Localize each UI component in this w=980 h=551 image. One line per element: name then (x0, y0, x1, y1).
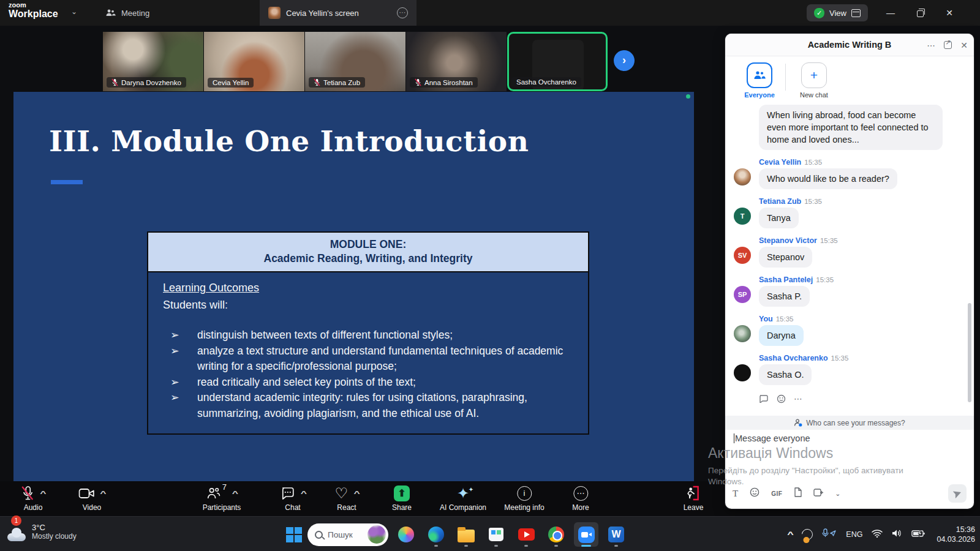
video-tile-daryna[interactable]: Daryna Dovzhenko (103, 32, 203, 91)
chat-title: Academic Writing B (808, 40, 892, 50)
composer-toolbar: T GIF ⌄ (725, 483, 974, 504)
battery-icon[interactable] (911, 529, 925, 540)
chat-tabs: Everyone + New chat (725, 56, 974, 100)
emoji-icon[interactable] (750, 487, 760, 500)
video-button[interactable]: ^ Video (78, 485, 105, 512)
taskbar-app-chrome[interactable] (544, 522, 568, 547)
word-icon: W (608, 527, 624, 542)
message-bubble: Stepanov (759, 247, 812, 268)
audio-options-chevron[interactable]: ^ (40, 490, 46, 497)
module-box-header: MODULE ONE: Academic Reading, Writing, a… (147, 231, 589, 272)
minimize-button[interactable]: — (882, 5, 899, 21)
participant-nametag: Anna Siroshtan (410, 77, 478, 88)
chat-message: Sasha Pantelej15:35 SP Sasha P. (734, 276, 965, 307)
start-button[interactable] (285, 527, 302, 543)
react-options-chevron[interactable]: ^ (353, 490, 360, 497)
notification-badge: 1 (11, 515, 21, 526)
bullet-icon: ➢ (163, 343, 197, 375)
tray-expand-chevron[interactable]: ^ (788, 530, 794, 539)
privacy-note[interactable]: Who can see your messages? (725, 416, 974, 430)
screenshot-icon[interactable] (813, 488, 823, 500)
gif-button[interactable]: GIF (771, 490, 782, 497)
tab-new-chat[interactable]: + New chat (792, 62, 836, 99)
sync-status-icon[interactable] (800, 527, 815, 542)
everyone-people-icon (747, 62, 772, 88)
video-tile-anna[interactable]: Anna Siroshtan (406, 32, 507, 91)
more-actions-icon[interactable]: ⋯ (794, 394, 802, 403)
tray-time: 15:36 (937, 525, 975, 534)
bullet-item: ➢ read critically and select key points … (163, 375, 573, 391)
participant-nametag: Tetiana Zub (309, 77, 365, 88)
participants-button[interactable]: 7 ^ Participants (203, 485, 241, 512)
volume-icon[interactable] (892, 529, 902, 540)
tab-everyone[interactable]: Everyone (737, 62, 782, 99)
audio-button[interactable]: ^ Audio (21, 485, 45, 512)
taskbar-app-copilot[interactable] (394, 522, 418, 547)
video-tile-cevia[interactable]: Cevia Yellin (204, 32, 304, 91)
video-strip: Daryna Dovzhenko Cevia Yellin Tetiana Zu… (103, 32, 608, 91)
participants-count-badge: 7 (222, 482, 227, 492)
share-button[interactable]: ⬆ Share (392, 485, 412, 512)
info-icon: i (517, 486, 532, 501)
chat-message-list[interactable]: When living abroad, food can become even… (725, 102, 974, 413)
taskbar-app-zoom-active[interactable] (574, 522, 598, 547)
avatar (734, 325, 751, 342)
more-button[interactable]: ⋯ More (572, 485, 589, 512)
pop-out-icon[interactable] (944, 41, 952, 49)
view-label: View (829, 9, 846, 18)
tab-meeting[interactable]: Meeting (97, 0, 158, 26)
taskbar-app-youtube[interactable] (514, 522, 538, 547)
video-options-chevron[interactable]: ^ (100, 490, 106, 497)
chat-options-chevron[interactable]: ^ (301, 490, 307, 497)
taskbar-app-file-explorer[interactable] (454, 522, 478, 547)
taskbar-search[interactable]: Пошук (307, 523, 388, 546)
send-button[interactable] (948, 484, 967, 503)
module-header-line2: Academic Reading, Writing, and Integrity (154, 252, 582, 266)
message-input[interactable]: Message everyone (734, 433, 960, 443)
taskbar-app-word[interactable]: W (604, 522, 628, 547)
video-tile-sasha-active-speaker[interactable]: Sasha Ovcharenko (507, 32, 608, 91)
video-tile-tetiana[interactable]: Tetiana Zub (305, 32, 405, 91)
close-button[interactable]: ✕ (941, 5, 958, 21)
next-participants-button[interactable]: › (614, 50, 635, 71)
chevron-down-icon[interactable]: ⌄ (71, 7, 77, 16)
composer-more-chevron[interactable]: ⌄ (835, 490, 840, 498)
weather-widget[interactable]: 1 3°C Mostly cloudy (6, 522, 77, 541)
chat-more-icon[interactable]: ⋯ (927, 40, 935, 50)
chat-scrollbar[interactable] (968, 303, 971, 402)
meeting-info-button[interactable]: i Meeting info (504, 485, 544, 512)
divider (785, 64, 786, 91)
tab-shared-screen[interactable]: Cevia Yellin's screen ⋯ (260, 0, 417, 26)
participant-nametag: Daryna Dovzhenko (107, 77, 186, 88)
attach-file-icon[interactable] (794, 487, 802, 500)
reply-icon[interactable] (759, 394, 769, 403)
slide-title: III. Module One Introduction (49, 124, 529, 158)
store-icon (489, 528, 503, 541)
participants-options-chevron[interactable]: ^ (232, 490, 238, 497)
ai-companion-button[interactable]: ✦ AI Companion (440, 485, 486, 512)
chat-close-icon[interactable]: ✕ (960, 40, 968, 50)
leave-button[interactable]: Leave (684, 485, 704, 512)
tab-options-icon[interactable]: ⋯ (397, 7, 408, 18)
restore-button[interactable] (911, 5, 929, 21)
taskbar-app-edge[interactable] (424, 522, 448, 547)
folder-icon (458, 530, 475, 542)
mic-location-icon[interactable] (822, 528, 837, 541)
logo-word-workplace: Workplace (9, 9, 58, 19)
message-bubble: When living abroad, food can become even… (759, 105, 943, 150)
language-indicator[interactable]: ENG (846, 530, 862, 539)
react-button[interactable]: ♡ ^ React (335, 485, 359, 512)
learning-outcomes-intro: Students will: (163, 299, 573, 312)
edge-icon (428, 527, 444, 542)
ai-sparkle-icon: ✦ (457, 486, 469, 501)
taskbar-app-store[interactable] (484, 522, 508, 547)
view-button[interactable]: ✓ View (807, 4, 868, 21)
wifi-icon[interactable] (872, 529, 883, 540)
emoji-react-icon[interactable] (777, 394, 786, 403)
chat-button[interactable]: ^ Chat (280, 485, 306, 512)
clock[interactable]: 15:36 04.03.2026 (937, 525, 975, 544)
message-bubble: Sasha O. (759, 364, 812, 385)
logo-word-zoom: zoom (9, 2, 58, 9)
zoom-icon (578, 527, 595, 543)
format-text-icon[interactable]: T (733, 489, 738, 499)
